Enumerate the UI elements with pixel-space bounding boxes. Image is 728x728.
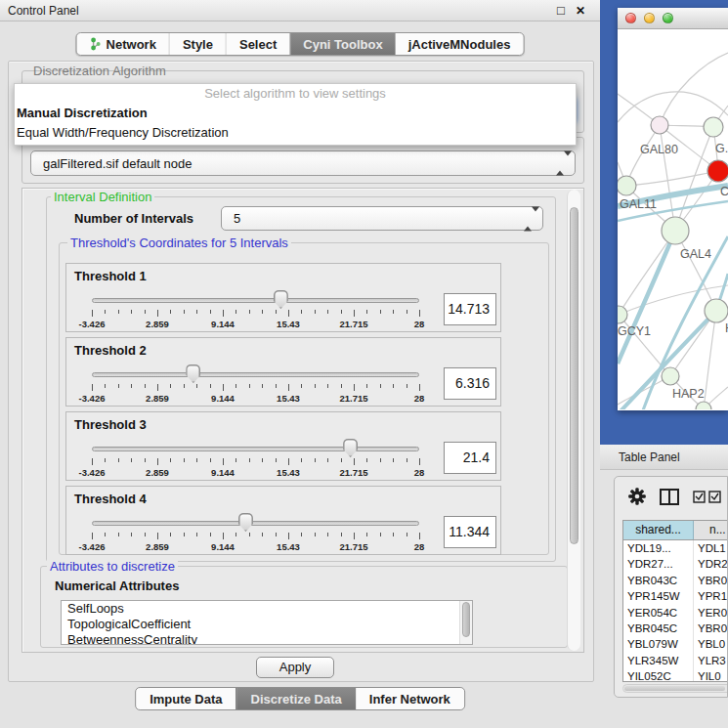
threshold-slider-handle[interactable] (186, 364, 200, 383)
threshold-value-field[interactable]: 11.344 (444, 516, 496, 548)
threshold-slider-handle[interactable] (274, 290, 288, 309)
threshold-slider-track[interactable] (92, 298, 419, 303)
table-cell: YBL0 (694, 636, 728, 652)
column-header-shared-[interactable]: shared... (623, 521, 694, 539)
network-graph[interactable]: GAL80G.CGAL11GAL4GCY1HHAP2 (618, 29, 728, 409)
major-tick (157, 458, 158, 465)
network-node[interactable] (618, 306, 627, 323)
minor-tick (262, 384, 263, 388)
network-node[interactable] (705, 299, 728, 322)
close-window-icon[interactable]: ✕ (573, 2, 588, 20)
tab-jactivemnodules[interactable]: jActiveMNodules (396, 33, 524, 55)
table-data-combobox[interactable]: galFiltered.sif default node (30, 150, 576, 176)
minimize-traffic-light-icon[interactable] (644, 13, 655, 23)
column-header-n-[interactable]: n... (694, 521, 728, 539)
major-tick (419, 533, 420, 539)
settings-vertical-scrollbar[interactable] (567, 190, 580, 651)
attribute-item-betweennesscentrality[interactable]: BetweennessCentrality (62, 632, 472, 645)
select-columns-checkboxes-icon[interactable] (693, 491, 722, 503)
network-edge[interactable] (660, 53, 728, 125)
tick-label: 28 (398, 319, 441, 329)
threshold-value-field[interactable]: 6.316 (444, 367, 496, 400)
network-edge[interactable] (660, 125, 675, 231)
attributes-scrollbar-thumb[interactable] (462, 602, 470, 637)
tab-style[interactable]: Style (169, 33, 226, 55)
float-window-icon[interactable]: □ (553, 2, 569, 20)
zoom-traffic-light-icon[interactable] (663, 13, 673, 23)
tab-discretize-data[interactable]: Discretize Data (236, 688, 356, 709)
split-columns-icon[interactable] (660, 489, 679, 505)
settings-scrollbar-thumb[interactable] (570, 207, 578, 544)
minor-tick (366, 384, 367, 388)
attributes-list-scrollbar[interactable] (459, 601, 472, 644)
threshold-value-field[interactable]: 21.4 (444, 442, 496, 474)
table-row[interactable]: YER054CYER0 (623, 605, 728, 621)
network-edge[interactable] (626, 171, 718, 186)
network-node[interactable] (707, 160, 728, 182)
threshold-slider-handle[interactable] (343, 439, 358, 457)
attribute-item-selfloops[interactable]: SelfLoops (62, 601, 472, 617)
major-tick (354, 310, 355, 317)
settings-gear-icon[interactable] (628, 488, 646, 505)
table-row[interactable]: YLR345WYLR3 (623, 653, 728, 668)
minor-tick (184, 533, 185, 536)
network-node[interactable] (618, 176, 636, 195)
algorithm-dropdown-options: Manual DiscretizationEqual Width/Frequen… (15, 104, 576, 143)
minor-tick (315, 533, 316, 536)
network-node[interactable] (662, 367, 679, 385)
attribute-item-topologicalcoefficient[interactable]: TopologicalCoefficient (62, 617, 472, 632)
network-window: GAL80G.CGAL11GAL4GCY1HHAP2 (618, 8, 728, 410)
threshold-slider-handle[interactable] (238, 513, 253, 532)
threshold-value-field[interactable]: 14.713 (444, 293, 496, 325)
tab-cyni-toolbox[interactable]: Cyni Toolbox (289, 33, 395, 55)
minor-tick (170, 310, 171, 314)
node-table[interactable]: shared...n... YDL19...YDL1YDR27...YDR2YB… (622, 520, 728, 682)
threshold-slider-track[interactable] (92, 447, 419, 451)
apply-button[interactable]: Apply (256, 657, 334, 678)
table-row[interactable]: YBL079WYBL0 (623, 636, 728, 652)
minor-tick (196, 533, 197, 536)
algorithm-option-equal-width-frequency-discretization[interactable]: Equal Width/Frequency Discretization (15, 123, 576, 143)
minor-tick (393, 384, 394, 388)
tick-label: 2.859 (136, 467, 179, 478)
threshold-slider-track[interactable] (92, 372, 419, 377)
table-cell: YDL1 (694, 540, 728, 556)
thresholds-group-title: Threshold's Coordinates for 5 Intervals (67, 236, 291, 250)
table-row[interactable]: YPR145WYPR1 (623, 588, 728, 604)
algorithm-option-manual-discretization[interactable]: Manual Discretization (15, 104, 576, 123)
tab-network[interactable]: Network (77, 33, 169, 55)
numerical-attributes-list[interactable]: SelfLoopsTopologicalCoefficientBetweenne… (61, 600, 473, 645)
number-of-intervals-combobox[interactable]: 5 (221, 206, 543, 231)
minor-tick (196, 310, 197, 314)
table-row[interactable]: YIL052CYIL0 (623, 668, 728, 682)
table-cell: YBL079W (623, 636, 694, 652)
network-node[interactable] (651, 116, 668, 134)
threshold-slider-track[interactable] (92, 521, 419, 526)
table-cell: YPR1 (694, 588, 728, 604)
tick-label: 15.43 (267, 467, 310, 478)
tab-infer-network[interactable]: Infer Network (356, 688, 464, 709)
table-hscrollbar-thumb[interactable] (624, 686, 725, 691)
network-edge[interactable] (619, 231, 675, 315)
network-edge-highlighted[interactable] (618, 231, 675, 364)
minor-tick (276, 458, 277, 462)
minor-tick (393, 310, 394, 314)
network-node-label: GAL80 (640, 143, 678, 156)
network-canvas[interactable]: GAL80G.CGAL11GAL4GCY1HHAP2 (618, 29, 728, 409)
combo-arrows-icon (524, 211, 533, 226)
network-window-titlebar (618, 8, 728, 29)
major-tick (92, 310, 93, 317)
table-row[interactable]: YDL19...YDL1 (623, 540, 728, 556)
table-row[interactable]: YDR27...YDR2 (623, 556, 728, 572)
network-node[interactable] (662, 217, 689, 244)
network-node[interactable] (704, 117, 723, 137)
minor-tick (276, 384, 277, 388)
tab-select[interactable]: Select (226, 33, 289, 55)
tab-impute-data[interactable]: Impute Data (136, 688, 236, 709)
table-row[interactable]: YBR043CYBR0 (623, 573, 728, 588)
table-row[interactable]: YBR045CYBR0 (623, 621, 728, 636)
network-node[interactable] (696, 402, 711, 409)
table-horizontal-scrollbar[interactable] (622, 684, 728, 693)
close-traffic-light-icon[interactable] (625, 13, 636, 23)
table-cell: YIL052C (623, 668, 694, 682)
